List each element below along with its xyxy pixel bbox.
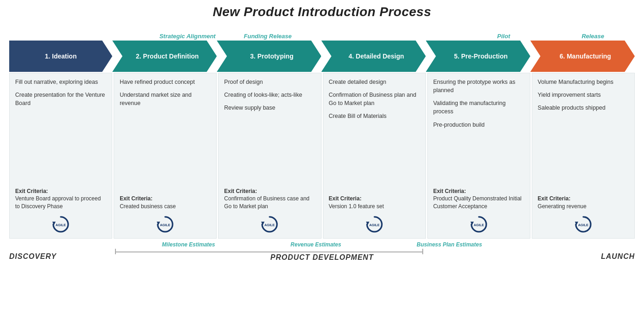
page-title: New Product Introduction Process <box>9 5 635 19</box>
phase-preproduction: 5. Pre-Production <box>426 41 530 72</box>
exit-criteria: Exit Criteria: Venture Board approval to… <box>15 187 106 211</box>
gate-label-release: Release <box>581 33 604 40</box>
card-item: Validating the manufacturing process <box>433 99 524 116</box>
exit-criteria: Exit Criteria: Created business case <box>120 195 211 211</box>
card-item: Create presentation for the Venture Boar… <box>15 91 106 107</box>
card-item: Create Bill of Materials <box>329 112 420 120</box>
card-item: Saleable products shipped <box>538 104 629 112</box>
card-definition: Have refined product concept Understand … <box>114 73 217 239</box>
agile-icon: AGILE <box>224 214 315 234</box>
card-item: Have refined product concept <box>120 78 211 86</box>
exit-criteria: Exit Criteria: Generating revenue <box>538 195 629 211</box>
exit-criteria: Exit Criteria: Version 1.0 feature set <box>329 195 420 211</box>
gate-label-pilot: Pilot <box>497 33 510 40</box>
agile-icon: AGILE <box>329 214 420 234</box>
svg-text:AGILE: AGILE <box>369 223 380 227</box>
svg-text:AGILE: AGILE <box>264 223 275 227</box>
card-item: Yield improvement starts <box>538 91 629 99</box>
exit-criteria: Exit Criteria: Product Quality Demonstra… <box>433 187 524 211</box>
card-detailed: Create detailed design Confirmation of B… <box>323 73 426 239</box>
svg-text:AGILE: AGILE <box>578 223 589 227</box>
card-ideation: Fill out narrative, exploring ideas Crea… <box>9 73 112 239</box>
agile-icon: AGILE <box>433 214 524 234</box>
card-item: Create detailed design <box>329 78 420 86</box>
phase-definition: 2. Product Definition <box>112 41 217 72</box>
product-dev-label: PRODUCT DEVELOPMENT <box>270 253 374 262</box>
cards-row: Fill out narrative, exploring ideas Crea… <box>9 73 635 239</box>
agile-icon: AGILE <box>15 214 106 234</box>
gate-label-strategic: Strategic Alignment <box>159 33 215 40</box>
card-item: Review supply base <box>224 104 315 112</box>
card-item: Understand market size and revenue <box>120 91 211 107</box>
card-prototyping: Proof of design Creating of looks-like; … <box>218 73 321 239</box>
agile-icon: AGILE <box>120 214 211 234</box>
gate-label-funding: Funding Release <box>244 33 292 40</box>
svg-text:AGILE: AGILE <box>474 223 484 227</box>
card-item: Confirmation of Business plan and Go to … <box>329 91 420 107</box>
card-item: Creating of looks-like; acts-like <box>224 91 315 99</box>
card-item: Volume Manufacturing begins <box>538 78 629 86</box>
milestone-label-1: Milestone Estimates <box>162 241 215 248</box>
gate-labels-row: Strategic Alignment Funding Release Pilo… <box>9 23 635 40</box>
discovery-label: DISCOVERY <box>9 252 57 261</box>
card-item: Fill out narrative, exploring ideas <box>15 78 106 86</box>
page-container: { "title": "New Product Introduction Pro… <box>0 0 644 310</box>
phase-manufacturing: 6. Manufacturing <box>530 41 635 72</box>
exit-criteria: Exit Criteria: Confirmation of Business … <box>224 187 315 211</box>
milestone-label-2: Revenue Estimates <box>291 241 341 248</box>
phase-prototyping: 3. Prototyping <box>217 41 321 72</box>
phase-detailed: 4. Detailed Design <box>321 41 426 72</box>
phase-ideation: 1. Ideation <box>9 41 112 72</box>
card-item: Proof of design <box>224 78 315 86</box>
svg-text:AGILE: AGILE <box>56 223 66 227</box>
card-item: Ensuring the prototype works as planned <box>433 78 524 94</box>
launch-label: LAUNCH <box>601 252 635 261</box>
milestone-label-3: Business Plan Estimates <box>417 241 482 248</box>
card-manufacturing: Volume Manufacturing begins Yield improv… <box>532 73 635 239</box>
phases-row: 1. Ideation 2. Product Definition 3. Pro… <box>9 41 635 72</box>
svg-text:AGILE: AGILE <box>160 223 171 227</box>
card-item: Pre-production build <box>433 121 524 129</box>
agile-icon: AGILE <box>538 214 629 234</box>
card-preproduction: Ensuring the prototype works as planned … <box>427 73 530 239</box>
